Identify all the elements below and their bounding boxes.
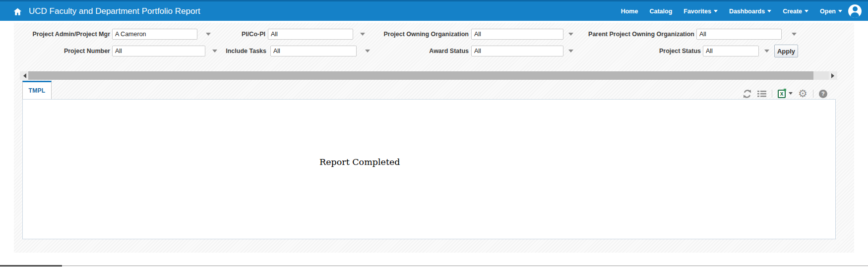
- scroll-right-button[interactable]: [829, 71, 837, 80]
- report-status-text: Report Completed: [319, 157, 400, 167]
- dropdown-arrow-icon[interactable]: [360, 33, 365, 38]
- nav-item-open[interactable]: Open: [820, 8, 842, 15]
- filter-label-award-status: Award Status: [419, 46, 469, 56]
- filter-label-project-status: Project Status: [635, 46, 701, 56]
- scroll-left-arrow-icon: [21, 73, 26, 78]
- nav-item-favorites[interactable]: Favorites: [683, 8, 718, 15]
- home-icon[interactable]: [13, 7, 22, 16]
- filter-input-parent-project-owning-org[interactable]: [696, 29, 782, 40]
- toolbar-divider: [813, 90, 813, 98]
- nav-label: Create: [783, 8, 802, 15]
- nav-item-catalog[interactable]: Catalog: [649, 8, 672, 15]
- report-toolbar: x ⚙ ?: [743, 88, 827, 99]
- tab-tmpl[interactable]: TMPL: [22, 81, 52, 99]
- toolbar-divider: [772, 90, 772, 98]
- tab-label: TMPL: [29, 87, 46, 94]
- dropdown-arrow-icon[interactable]: [365, 50, 370, 55]
- dropdown-arrow-icon[interactable]: [568, 33, 573, 38]
- filter-label-parent-project-owning-org: Parent Project Owning Organization: [578, 29, 694, 40]
- user-avatar-icon[interactable]: [848, 4, 862, 18]
- filter-label-project-admin: Project Admin/Project Mgr: [20, 29, 110, 40]
- filter-label-project-number: Project Number: [20, 46, 110, 56]
- nav-label: Catalog: [649, 8, 672, 15]
- filter-input-project-owning-org[interactable]: [471, 29, 563, 40]
- view-selector-icon[interactable]: [757, 90, 766, 98]
- help-icon[interactable]: ?: [819, 90, 827, 98]
- apply-button[interactable]: Apply: [774, 45, 798, 57]
- settings-gear-icon[interactable]: ⚙: [798, 89, 807, 99]
- avatar-body: [851, 12, 859, 18]
- refresh-icon[interactable]: [743, 89, 752, 99]
- excel-letter: x: [780, 91, 784, 97]
- chevron-down-icon: [805, 10, 808, 14]
- window-bottom-edge-dark: [0, 265, 62, 267]
- scrollbar-thumb[interactable]: [28, 71, 813, 80]
- filter-input-pi-copi[interactable]: [268, 29, 353, 40]
- nav-label: Open: [820, 8, 836, 15]
- chevron-down-icon: [714, 10, 718, 14]
- filter-input-project-number[interactable]: [112, 46, 205, 56]
- dropdown-arrow-icon[interactable]: [568, 50, 573, 55]
- nav-item-create[interactable]: Create: [783, 8, 808, 15]
- nav-item-home[interactable]: Home: [621, 8, 638, 15]
- page-title: UCD Faculty and Department Portfolio Rep…: [29, 1, 200, 21]
- window-bottom-edge: [0, 266, 868, 266]
- header-bar: UCD Faculty and Department Portfolio Rep…: [0, 0, 868, 21]
- nav-label: Favorites: [683, 8, 711, 15]
- horizontal-scrollbar[interactable]: [20, 71, 837, 80]
- filter-input-project-admin[interactable]: [112, 29, 197, 40]
- excel-notch: [784, 89, 786, 91]
- dropdown-arrow-icon[interactable]: [764, 50, 769, 55]
- filter-input-project-status[interactable]: [703, 46, 759, 56]
- scroll-left-button[interactable]: [20, 71, 28, 80]
- export-dropdown-caret-icon[interactable]: [789, 92, 793, 97]
- nav-label: Home: [621, 8, 638, 15]
- chevron-down-icon: [838, 10, 842, 14]
- dropdown-arrow-icon[interactable]: [792, 33, 797, 38]
- scroll-right-arrow-icon: [831, 73, 837, 78]
- filter-label-project-owning-org: Project Owning Organization: [370, 29, 469, 40]
- avatar-head: [853, 6, 858, 11]
- nav-label: Dashboards: [729, 8, 765, 15]
- top-navigation: Home Catalog Favorites Dashboards Create…: [621, 1, 842, 21]
- export-excel-icon[interactable]: x: [778, 90, 786, 98]
- report-panel: Report Completed: [22, 99, 836, 239]
- filter-label-include-tasks: Include Tasks: [222, 46, 266, 56]
- application-window: UCD Faculty and Department Portfolio Rep…: [0, 0, 868, 267]
- filter-input-award-status[interactable]: [471, 46, 563, 56]
- chevron-down-icon: [767, 10, 771, 14]
- nav-item-dashboards[interactable]: Dashboards: [729, 8, 771, 15]
- filter-label-pi-copi: PI/Co-PI: [208, 29, 265, 40]
- dropdown-arrow-icon[interactable]: [212, 50, 217, 55]
- filter-input-include-tasks[interactable]: [270, 46, 357, 56]
